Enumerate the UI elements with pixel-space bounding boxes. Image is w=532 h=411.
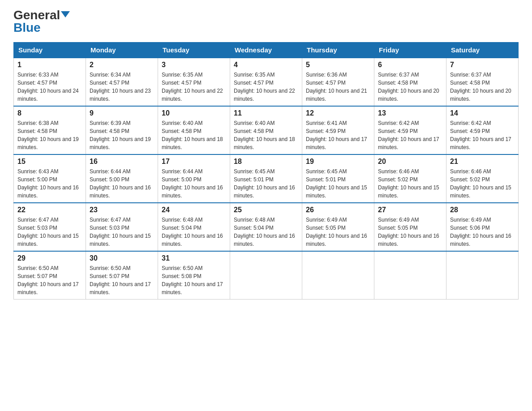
calendar-cell: 6 Sunrise: 6:37 AM Sunset: 4:58 PM Dayli…: [374, 58, 446, 106]
day-number: 1: [17, 61, 82, 69]
day-number: 21: [450, 158, 515, 166]
col-header-wednesday: Wednesday: [230, 43, 302, 58]
calendar-cell: 27 Sunrise: 6:49 AM Sunset: 5:05 PM Dayl…: [374, 203, 446, 251]
day-info: Sunrise: 6:40 AM Sunset: 4:58 PM Dayligh…: [234, 119, 298, 151]
logo-blue-text: Blue: [13, 21, 41, 34]
calendar-cell: 17 Sunrise: 6:44 AM Sunset: 5:00 PM Dayl…: [158, 154, 230, 203]
day-number: 13: [378, 109, 442, 117]
calendar-cell: [302, 251, 374, 300]
day-number: 12: [306, 109, 370, 117]
day-number: 30: [90, 254, 154, 262]
calendar-cell: 29 Sunrise: 6:50 AM Sunset: 5:07 PM Dayl…: [14, 251, 86, 300]
day-number: 7: [450, 61, 515, 69]
day-info: Sunrise: 6:45 AM Sunset: 5:01 PM Dayligh…: [234, 167, 298, 200]
calendar-cell: 4 Sunrise: 6:35 AM Sunset: 4:57 PM Dayli…: [230, 58, 302, 106]
calendar-cell: 15 Sunrise: 6:43 AM Sunset: 5:00 PM Dayl…: [14, 154, 86, 203]
day-info: Sunrise: 6:40 AM Sunset: 4:58 PM Dayligh…: [162, 119, 226, 151]
calendar-cell: 5 Sunrise: 6:36 AM Sunset: 4:57 PM Dayli…: [302, 58, 374, 106]
day-number: 14: [450, 109, 515, 117]
day-number: 15: [17, 158, 82, 166]
calendar-cell: 16 Sunrise: 6:44 AM Sunset: 5:00 PM Dayl…: [86, 154, 158, 203]
day-info: Sunrise: 6:43 AM Sunset: 5:00 PM Dayligh…: [17, 167, 82, 200]
calendar-cell: 19 Sunrise: 6:45 AM Sunset: 5:01 PM Dayl…: [302, 154, 374, 203]
calendar-cell: 3 Sunrise: 6:35 AM Sunset: 4:57 PM Dayli…: [158, 58, 230, 106]
calendar-header-row: SundayMondayTuesdayWednesdayThursdayFrid…: [14, 43, 519, 58]
day-info: Sunrise: 6:37 AM Sunset: 4:58 PM Dayligh…: [378, 71, 442, 103]
day-number: 4: [234, 61, 298, 69]
day-number: 18: [234, 158, 298, 166]
calendar-table: SundayMondayTuesdayWednesdayThursdayFrid…: [13, 42, 519, 300]
col-header-sunday: Sunday: [14, 43, 86, 58]
calendar-cell: 10 Sunrise: 6:40 AM Sunset: 4:58 PM Dayl…: [158, 106, 230, 154]
day-info: Sunrise: 6:49 AM Sunset: 5:06 PM Dayligh…: [450, 216, 515, 248]
day-info: Sunrise: 6:50 AM Sunset: 5:08 PM Dayligh…: [162, 264, 226, 296]
day-info: Sunrise: 6:36 AM Sunset: 4:57 PM Dayligh…: [306, 71, 370, 103]
day-info: Sunrise: 6:42 AM Sunset: 4:59 PM Dayligh…: [378, 119, 442, 151]
day-info: Sunrise: 6:48 AM Sunset: 5:04 PM Dayligh…: [162, 216, 226, 248]
day-number: 2: [90, 61, 154, 69]
calendar-cell: [446, 251, 519, 300]
calendar-cell: [374, 251, 446, 300]
day-number: 19: [306, 158, 370, 166]
calendar-cell: 31 Sunrise: 6:50 AM Sunset: 5:08 PM Dayl…: [158, 251, 230, 300]
day-info: Sunrise: 6:49 AM Sunset: 5:05 PM Dayligh…: [378, 216, 442, 248]
day-number: 31: [162, 254, 226, 262]
calendar-cell: 21 Sunrise: 6:46 AM Sunset: 5:02 PM Dayl…: [446, 154, 519, 203]
day-number: 16: [90, 158, 154, 166]
day-info: Sunrise: 6:50 AM Sunset: 5:07 PM Dayligh…: [17, 264, 82, 296]
week-row-2: 8 Sunrise: 6:38 AM Sunset: 4:58 PM Dayli…: [14, 106, 519, 154]
day-number: 9: [90, 109, 154, 117]
calendar-cell: 24 Sunrise: 6:48 AM Sunset: 5:04 PM Dayl…: [158, 203, 230, 251]
calendar-cell: 25 Sunrise: 6:48 AM Sunset: 5:04 PM Dayl…: [230, 203, 302, 251]
calendar-cell: 14 Sunrise: 6:42 AM Sunset: 4:59 PM Dayl…: [446, 106, 519, 154]
day-info: Sunrise: 6:47 AM Sunset: 5:03 PM Dayligh…: [17, 216, 82, 248]
col-header-friday: Friday: [374, 43, 446, 58]
day-info: Sunrise: 6:33 AM Sunset: 4:57 PM Dayligh…: [17, 71, 82, 103]
calendar-cell: 7 Sunrise: 6:37 AM Sunset: 4:58 PM Dayli…: [446, 58, 519, 106]
calendar-cell: 28 Sunrise: 6:49 AM Sunset: 5:06 PM Dayl…: [446, 203, 519, 251]
calendar-cell: 20 Sunrise: 6:46 AM Sunset: 5:02 PM Dayl…: [374, 154, 446, 203]
page-header: General Blue: [13, 9, 519, 34]
day-info: Sunrise: 6:44 AM Sunset: 5:00 PM Dayligh…: [90, 167, 154, 200]
day-info: Sunrise: 6:35 AM Sunset: 4:57 PM Dayligh…: [234, 71, 298, 103]
calendar-cell: 8 Sunrise: 6:38 AM Sunset: 4:58 PM Dayli…: [14, 106, 86, 154]
day-info: Sunrise: 6:46 AM Sunset: 5:02 PM Dayligh…: [378, 167, 442, 200]
day-number: 6: [378, 61, 442, 69]
day-info: Sunrise: 6:37 AM Sunset: 4:58 PM Dayligh…: [450, 71, 515, 103]
logo-general-text: General: [13, 9, 60, 21]
day-number: 11: [234, 109, 298, 117]
day-info: Sunrise: 6:35 AM Sunset: 4:57 PM Dayligh…: [162, 71, 226, 103]
day-number: 29: [17, 254, 82, 262]
logo-triangle-icon: [61, 11, 70, 17]
calendar-cell: 30 Sunrise: 6:50 AM Sunset: 5:07 PM Dayl…: [86, 251, 158, 300]
day-info: Sunrise: 6:48 AM Sunset: 5:04 PM Dayligh…: [234, 216, 298, 248]
col-header-thursday: Thursday: [302, 43, 374, 58]
day-info: Sunrise: 6:49 AM Sunset: 5:05 PM Dayligh…: [306, 216, 370, 248]
calendar-cell: 13 Sunrise: 6:42 AM Sunset: 4:59 PM Dayl…: [374, 106, 446, 154]
calendar-cell: 1 Sunrise: 6:33 AM Sunset: 4:57 PM Dayli…: [14, 58, 86, 106]
col-header-tuesday: Tuesday: [158, 43, 230, 58]
week-row-4: 22 Sunrise: 6:47 AM Sunset: 5:03 PM Dayl…: [14, 203, 519, 251]
day-number: 25: [234, 206, 298, 214]
day-info: Sunrise: 6:34 AM Sunset: 4:57 PM Dayligh…: [90, 71, 154, 103]
week-row-1: 1 Sunrise: 6:33 AM Sunset: 4:57 PM Dayli…: [14, 58, 519, 106]
calendar-cell: [230, 251, 302, 300]
day-number: 20: [378, 158, 442, 166]
calendar-cell: 11 Sunrise: 6:40 AM Sunset: 4:58 PM Dayl…: [230, 106, 302, 154]
day-number: 3: [162, 61, 226, 69]
logo: General Blue: [13, 9, 70, 34]
calendar-cell: 22 Sunrise: 6:47 AM Sunset: 5:03 PM Dayl…: [14, 203, 86, 251]
calendar-cell: 23 Sunrise: 6:47 AM Sunset: 5:03 PM Dayl…: [86, 203, 158, 251]
day-number: 8: [17, 109, 82, 117]
day-number: 10: [162, 109, 226, 117]
calendar-cell: 18 Sunrise: 6:45 AM Sunset: 5:01 PM Dayl…: [230, 154, 302, 203]
week-row-3: 15 Sunrise: 6:43 AM Sunset: 5:00 PM Dayl…: [14, 154, 519, 203]
day-number: 17: [162, 158, 226, 166]
calendar-cell: 26 Sunrise: 6:49 AM Sunset: 5:05 PM Dayl…: [302, 203, 374, 251]
calendar-cell: 9 Sunrise: 6:39 AM Sunset: 4:58 PM Dayli…: [86, 106, 158, 154]
day-number: 22: [17, 206, 82, 214]
day-info: Sunrise: 6:45 AM Sunset: 5:01 PM Dayligh…: [306, 167, 370, 200]
col-header-saturday: Saturday: [446, 43, 519, 58]
day-info: Sunrise: 6:46 AM Sunset: 5:02 PM Dayligh…: [450, 167, 515, 200]
day-number: 26: [306, 206, 370, 214]
